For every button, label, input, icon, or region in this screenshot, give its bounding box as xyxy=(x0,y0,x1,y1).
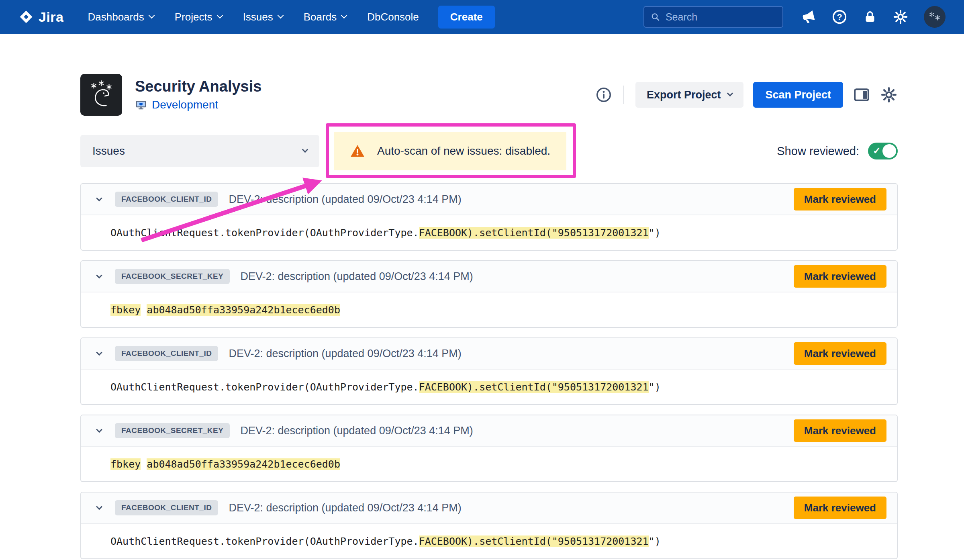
collapse-chevron-icon[interactable] xyxy=(94,425,104,436)
project-header-text: Security Analysis Development xyxy=(135,78,261,112)
main-content: Security Analysis Development xyxy=(0,34,964,559)
issue-card: FACEBOOK_CLIENT_ID DEV-2: description (u… xyxy=(80,492,898,559)
issue-code: OAuthClientRequest.tokenProvider(OAuthPr… xyxy=(81,370,897,404)
chevron-down-icon xyxy=(341,12,347,18)
issue-type-badge: FACEBOOK_SECRET_KEY xyxy=(115,423,230,438)
issue-code: fbkey ab048ad50ffa33959a242b1ecec6ed0b xyxy=(81,447,897,481)
issue-code: fbkey ab048ad50ffa33959a242b1ecec6ed0b xyxy=(81,292,897,327)
page-settings-icon[interactable] xyxy=(880,86,898,104)
project-category-row: Development xyxy=(135,98,261,111)
page: { "accent_colors": { "nav_blue": "#0C51A… xyxy=(0,0,964,560)
toggle-knob xyxy=(882,144,896,158)
check-icon: ✓ xyxy=(873,146,881,155)
settings-icon[interactable] xyxy=(893,9,909,25)
code-segment: OAuthClientRequest.tokenProvider(OAuthPr… xyxy=(110,381,419,393)
jira-logo-icon xyxy=(18,9,34,25)
mark-reviewed-button[interactable]: Mark reviewed xyxy=(794,419,886,442)
announcements-icon[interactable] xyxy=(800,9,816,25)
code-segment xyxy=(141,458,147,470)
jira-logo-text: Jira xyxy=(39,9,64,25)
nav-icons: ? xyxy=(800,6,946,28)
code-segment: fbkey xyxy=(110,458,141,470)
mark-reviewed-button[interactable]: Mark reviewed xyxy=(794,265,886,288)
warning-message: Auto-scan of new issues: disabled. xyxy=(377,145,550,157)
vertical-divider xyxy=(623,86,624,104)
code-segment: ") xyxy=(649,381,661,393)
code-segment: FACEBOOK).setClientId("950513172001321 xyxy=(419,535,649,547)
header-actions: Export Project Scan Project xyxy=(595,82,898,108)
collapse-chevron-icon[interactable] xyxy=(94,348,104,359)
search-input[interactable] xyxy=(666,11,776,23)
jira-logo[interactable]: Jira xyxy=(18,9,64,25)
issue-card-header: FACEBOOK_SECRET_KEY DEV-2: description (… xyxy=(81,261,897,292)
user-avatar[interactable] xyxy=(924,6,946,28)
code-segment: OAuthClientRequest.tokenProvider(OAuthPr… xyxy=(110,227,419,239)
project-header: Security Analysis Development xyxy=(80,74,898,116)
export-project-label: Export Project xyxy=(647,89,721,101)
collapse-chevron-icon[interactable] xyxy=(94,194,104,204)
chevron-down-icon xyxy=(216,12,223,18)
chevron-down-icon xyxy=(148,12,155,18)
project-category-link[interactable]: Development xyxy=(152,98,218,111)
issue-card-header: FACEBOOK_SECRET_KEY DEV-2: description (… xyxy=(81,415,897,447)
issue-card-header: FACEBOOK_CLIENT_ID DEV-2: description (u… xyxy=(81,493,897,524)
issues-filter-select[interactable]: Issues xyxy=(80,135,319,167)
code-segment xyxy=(141,304,147,316)
development-category-icon xyxy=(135,99,147,111)
chevron-down-icon xyxy=(727,90,733,97)
search-box[interactable] xyxy=(643,6,783,28)
issue-title: DEV-2: description (updated 09/Oct/23 4:… xyxy=(229,502,461,514)
issue-list: FACEBOOK_CLIENT_ID DEV-2: description (u… xyxy=(80,183,898,559)
page-title: Security Analysis xyxy=(135,78,261,95)
issue-code: OAuthClientRequest.tokenProvider(OAuthPr… xyxy=(81,215,897,250)
mark-reviewed-button[interactable]: Mark reviewed xyxy=(794,497,886,519)
show-reviewed-label: Show reviewed: xyxy=(777,145,859,158)
code-segment: ") xyxy=(649,227,661,239)
warning-banner-wrap: Auto-scan of new issues: disabled. xyxy=(334,132,566,170)
primary-nav: Dashboards Projects Issues Boards DbCons… xyxy=(88,11,419,23)
show-reviewed-toggle[interactable]: ✓ xyxy=(868,143,898,159)
show-reviewed-control: Show reviewed: ✓ xyxy=(777,143,898,159)
warning-icon xyxy=(350,143,365,159)
issue-title: DEV-2: description (updated 09/Oct/23 4:… xyxy=(229,193,461,206)
svg-text:?: ? xyxy=(837,12,842,22)
nav-label: DbConsole xyxy=(367,11,419,23)
collapse-chevron-icon[interactable] xyxy=(94,503,104,513)
info-icon[interactable] xyxy=(595,86,612,103)
mark-reviewed-button[interactable]: Mark reviewed xyxy=(794,342,886,365)
mark-reviewed-button[interactable]: Mark reviewed xyxy=(794,188,886,211)
nav-item-projects[interactable]: Projects xyxy=(175,11,222,23)
search-icon xyxy=(651,12,660,22)
scan-project-label: Scan Project xyxy=(765,89,831,101)
nav-label: Issues xyxy=(243,11,273,23)
nav-label: Dashboards xyxy=(88,11,144,23)
top-navbar: Jira Dashboards Projects Issues Boards D… xyxy=(0,0,964,34)
code-segment: ") xyxy=(649,535,661,547)
nav-item-boards[interactable]: Boards xyxy=(304,11,346,23)
code-segment: fbkey xyxy=(110,304,141,316)
code-segment: ab048ad50ffa33959a242b1ecec6ed0b xyxy=(147,458,340,470)
code-segment: OAuthClientRequest.tokenProvider(OAuthPr… xyxy=(110,535,419,547)
export-project-button[interactable]: Export Project xyxy=(635,82,744,108)
nav-item-issues[interactable]: Issues xyxy=(243,11,283,23)
nav-item-dashboards[interactable]: Dashboards xyxy=(88,11,154,23)
create-button[interactable]: Create xyxy=(438,6,495,29)
nav-item-dbconsole[interactable]: DbConsole xyxy=(367,11,419,23)
project-avatar xyxy=(80,74,122,116)
scan-project-button[interactable]: Scan Project xyxy=(753,82,843,108)
issue-title: DEV-2: description (updated 09/Oct/23 4:… xyxy=(240,270,473,283)
issues-filter-value: Issues xyxy=(92,145,125,157)
issue-type-badge: FACEBOOK_SECRET_KEY xyxy=(115,269,230,284)
issue-card: FACEBOOK_SECRET_KEY DEV-2: description (… xyxy=(80,415,898,482)
code-segment: FACEBOOK).setClientId("950513172001321 xyxy=(419,381,649,393)
issue-card-header: FACEBOOK_CLIENT_ID DEV-2: description (u… xyxy=(81,338,897,370)
nav-label: Boards xyxy=(304,11,337,23)
issue-type-badge: FACEBOOK_CLIENT_ID xyxy=(115,500,218,515)
lock-icon[interactable] xyxy=(863,10,877,24)
collapse-chevron-icon[interactable] xyxy=(94,271,104,282)
details-panel-icon[interactable] xyxy=(853,86,870,104)
issue-title: DEV-2: description (updated 09/Oct/23 4:… xyxy=(240,425,473,437)
help-icon[interactable]: ? xyxy=(831,9,848,25)
code-segment: ab048ad50ffa33959a242b1ecec6ed0b xyxy=(147,304,340,316)
issue-title: DEV-2: description (updated 09/Oct/23 4:… xyxy=(229,347,461,360)
